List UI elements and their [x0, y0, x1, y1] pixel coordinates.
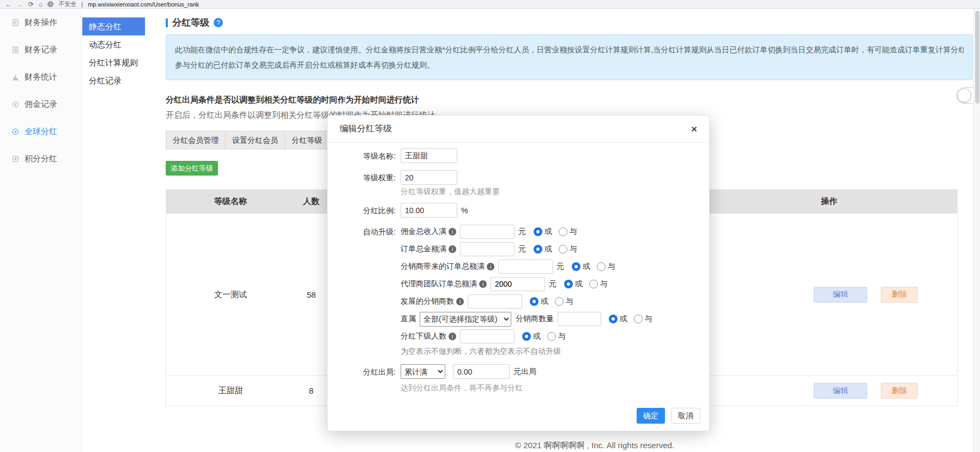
info-icon[interactable]: i: [449, 245, 456, 253]
submenu: 静态分红 动态分红 分红计算规则 分红记录: [82, 9, 145, 452]
direct-distributor-count-input[interactable]: [558, 312, 601, 326]
browser-home-icon[interactable]: ⌂: [39, 1, 43, 8]
and-radio[interactable]: [559, 245, 567, 254]
toggle-knob[interactable]: [957, 88, 971, 103]
out-unit-label: 元出局: [513, 367, 536, 377]
security-label: 不安全: [58, 0, 76, 8]
or-radio-label: 或: [545, 244, 552, 254]
tab-dividend-levels[interactable]: 分红等级: [285, 131, 329, 149]
level-count-cell: 8: [295, 386, 328, 395]
yuan-unit: 元: [518, 244, 526, 254]
table-header-name: 等级名称: [166, 196, 295, 207]
dividend-out-row: 分红出局: 累计满 元出局: [341, 364, 696, 379]
distributor-order-total-input[interactable]: [498, 260, 553, 274]
dividend-subordinates-input[interactable]: [460, 329, 515, 343]
yuan-unit: 元: [518, 227, 526, 237]
scrollbar[interactable]: [973, 9, 980, 452]
yuan-unit: 元: [556, 262, 564, 272]
or-radio[interactable]: [522, 332, 531, 341]
weight-help-text: 分红等级权重，值越大越重要: [401, 187, 696, 197]
or-radio[interactable]: [534, 245, 542, 254]
info-icon[interactable]: i: [456, 298, 464, 305]
sidebar-item-global-dividend[interactable]: 全球分红: [0, 118, 81, 145]
and-radio[interactable]: [555, 297, 564, 306]
commission-total-input[interactable]: [460, 225, 515, 239]
and-radio-label: 与: [570, 244, 577, 254]
security-info-icon[interactable]: i: [47, 1, 53, 7]
delete-button[interactable]: 删除: [881, 287, 918, 303]
direct-level-select[interactable]: 全部(可选择指定等级): [420, 312, 511, 327]
upgrade-row-distributor-order-total: 分销商带来的订单总额满 i 元 或 与: [401, 260, 652, 274]
and-radio-label: 与: [570, 227, 577, 237]
or-radio-label: 或: [620, 314, 627, 324]
browser-forward-icon[interactable]: →: [17, 1, 23, 8]
and-radio[interactable]: [589, 280, 598, 288]
sidebar-item-points-dividend[interactable]: 积分分红: [0, 145, 81, 172]
or-radio[interactable]: [572, 262, 580, 271]
and-radio-label: 与: [558, 332, 566, 341]
or-radio[interactable]: [534, 227, 542, 236]
delete-button[interactable]: 删除: [881, 383, 918, 399]
table-header-action: 操作: [772, 196, 957, 207]
and-radio[interactable]: [547, 332, 556, 341]
developed-distributors-input[interactable]: [468, 294, 522, 309]
address-bar-url[interactable]: mp.wxixiwxienxiaot.com/User/bonus_rank: [88, 1, 199, 8]
sidebar-item-finance-operations[interactable]: 财务操作: [0, 9, 81, 36]
distributor-count-label: 分销商数量: [516, 314, 554, 324]
and-radio[interactable]: [597, 262, 606, 271]
or-radio[interactable]: [564, 280, 573, 288]
page-title-row: 分红等级 ?: [166, 16, 223, 29]
cancel-button[interactable]: 取消: [671, 408, 700, 424]
dividend-out-select[interactable]: 累计满: [401, 364, 445, 379]
edit-button[interactable]: 编辑: [814, 287, 867, 303]
add-dividend-level-button[interactable]: 添加分红等级: [166, 161, 218, 176]
info-icon[interactable]: i: [449, 228, 456, 236]
submenu-item-dynamic-dividend[interactable]: 动态分红: [82, 35, 145, 53]
edit-button[interactable]: 编辑: [814, 383, 867, 399]
submenu-item-calc-rules[interactable]: 分红计算规则: [82, 53, 145, 71]
agent-team-order-total-input[interactable]: [491, 277, 545, 291]
or-radio-label: 或: [545, 227, 552, 237]
confirm-button[interactable]: 确定: [637, 408, 665, 424]
out-help-text: 达到分红出局条件，将不再参与分红: [401, 383, 696, 393]
browser-back-icon[interactable]: ←: [5, 1, 12, 8]
submenu-item-static-dividend[interactable]: 静态分红: [82, 17, 145, 35]
dividend-ratio-input[interactable]: [401, 203, 457, 218]
and-radio[interactable]: [559, 227, 567, 236]
info-icon[interactable]: i: [487, 263, 494, 270]
submenu-item-dividend-records[interactable]: 分红记录: [82, 71, 145, 89]
sidebar-item-label: 财务操作: [25, 17, 57, 28]
level-name-input[interactable]: [401, 148, 457, 163]
and-radio-label: 与: [600, 279, 608, 289]
notice-line-1: 此功能在微信中的合规性存在一定争议，建议谨慎使用。分红金额将按日营业额*分红比例…: [175, 42, 964, 57]
level-weight-input[interactable]: [401, 170, 457, 185]
sidebar-item-finance-records[interactable]: 财务记录: [0, 36, 81, 63]
condition-label: 代理商团队订单总额满: [401, 279, 477, 289]
edit-dividend-level-modal: 编辑分红等级 × 等级名称: 等级权重: 分红等级权重，值越大越重要 分红比例:…: [327, 115, 710, 431]
and-radio-label: 与: [645, 314, 652, 324]
tab-dividend-member-management[interactable]: 分红会员管理: [166, 131, 226, 149]
dividend-ratio-label: 分红比例:: [341, 203, 396, 218]
help-icon[interactable]: ?: [214, 18, 223, 27]
dividend-out-amount-input[interactable]: [453, 364, 510, 379]
compliance-notice: 此功能在微信中的合规性存在一定争议，建议谨慎使用。分红金额将按日营业额*分红比例…: [166, 34, 973, 80]
row-actions: 编辑 删除: [772, 383, 957, 399]
modal-title: 编辑分红等级: [340, 123, 392, 135]
sidebar-item-commission-records[interactable]: 佣金记录: [0, 91, 81, 118]
scrollbar-thumb[interactable]: [975, 11, 979, 104]
level-weight-row: 等级权重:: [341, 170, 696, 185]
condition-label: 订单总金额满: [401, 244, 446, 254]
or-radio[interactable]: [530, 297, 539, 306]
info-icon[interactable]: i: [479, 280, 487, 288]
info-icon[interactable]: i: [449, 333, 456, 340]
setting-title: 分红出局条件是否以调整到相关分红等级的时间作为开始时间进行统计: [166, 95, 419, 105]
or-radio[interactable]: [609, 315, 618, 323]
close-icon[interactable]: ×: [691, 124, 697, 134]
tab-set-dividend-members[interactable]: 设置分红会员: [225, 131, 285, 149]
sidebar: 财务操作 财务记录 财务统计 佣金记录 全球分红 积分分红: [0, 9, 82, 452]
sidebar-item-finance-statistics[interactable]: 财务统计: [0, 63, 81, 91]
auto-upgrade-block: 自动升级: 佣金总收入满 i 元 或 与 订单总金额满 i 元 或 与: [341, 225, 696, 343]
and-radio[interactable]: [634, 315, 643, 323]
browser-refresh-icon[interactable]: ⟳: [28, 1, 34, 8]
order-total-input[interactable]: [460, 242, 515, 256]
